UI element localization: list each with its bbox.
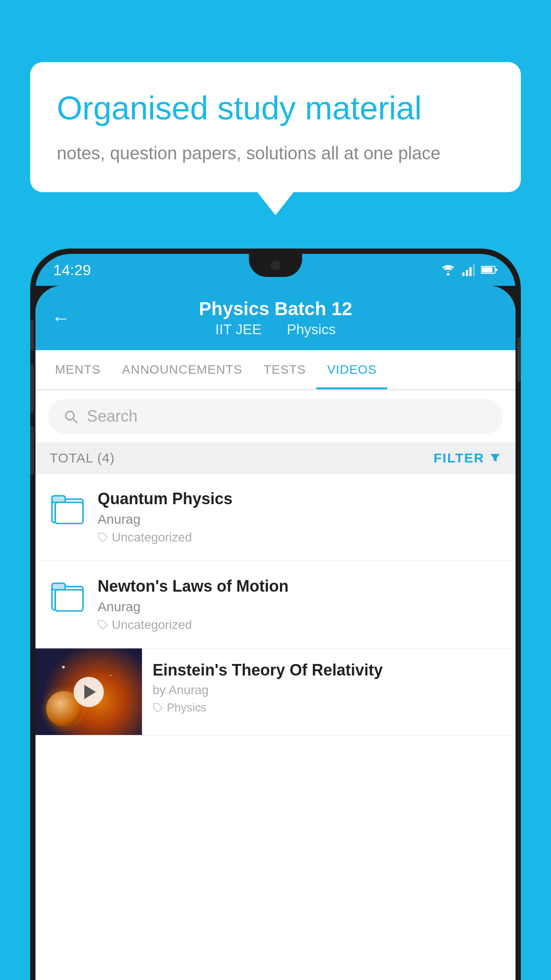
notch — [249, 254, 302, 277]
video-author: by Anurag — [153, 683, 503, 697]
vol-down-button — [30, 426, 34, 475]
svg-rect-13 — [52, 583, 65, 590]
video-list: Quantum Physics Anurag Uncategorized — [35, 474, 516, 735]
header-title: Physics Batch 12 — [199, 298, 352, 320]
svg-rect-2 — [466, 270, 468, 276]
battery-icon — [481, 265, 498, 274]
svg-rect-6 — [482, 267, 492, 273]
tag-label: Uncategorized — [112, 530, 192, 545]
status-bar: 14:29 — [35, 254, 516, 286]
svg-rect-1 — [462, 273, 464, 276]
speech-bubble: Organised study material notes, question… — [30, 62, 521, 192]
video-tag: Physics — [153, 701, 503, 715]
header-subtitle-iitjee: IIT JEE — [215, 321, 261, 337]
search-icon — [62, 408, 79, 425]
video-title: Einstein's Theory Of Relativity — [153, 661, 503, 680]
svg-rect-3 — [469, 267, 472, 276]
app-content: ← Physics Batch 12 IIT JEE Physics MENTS… — [35, 286, 516, 980]
speech-bubble-container: Organised study material notes, question… — [30, 62, 521, 192]
video-author: Anurag — [98, 512, 501, 527]
tag-label: Physics — [167, 701, 207, 715]
tab-announcements[interactable]: ANNOUNCEMENTS — [111, 350, 253, 389]
bubble-subtitle: notes, question papers, solutions all at… — [57, 141, 494, 166]
video-author: Anurag — [98, 599, 501, 614]
svg-rect-9 — [52, 496, 65, 502]
svg-rect-7 — [496, 269, 497, 271]
tab-tests[interactable]: TESTS — [253, 350, 316, 389]
video-thumbnail — [35, 648, 142, 735]
list-item[interactable]: Quantum Physics Anurag Uncategorized — [35, 474, 516, 561]
phone-frame: 14:29 — [30, 249, 521, 980]
power-button — [517, 337, 521, 382]
play-button[interactable] — [74, 677, 104, 707]
tab-videos[interactable]: VIDEOS — [316, 350, 387, 389]
header-subtitle: IIT JEE Physics — [199, 321, 352, 338]
search-placeholder: Search — [87, 407, 138, 426]
back-button[interactable]: ← — [51, 308, 70, 329]
vol-up-button — [30, 364, 34, 413]
list-item[interactable]: Einstein's Theory Of Relativity by Anura… — [35, 648, 516, 735]
svg-rect-4 — [473, 265, 475, 276]
tabs-bar: MENTS ANNOUNCEMENTS TESTS VIDEOS — [35, 350, 516, 390]
status-time: 14:29 — [53, 261, 91, 279]
tag-icon — [153, 703, 163, 713]
header-title-group: Physics Batch 12 IIT JEE Physics — [199, 298, 352, 338]
video-tag: Uncategorized — [98, 530, 501, 545]
video-info: Quantum Physics Anurag Uncategorized — [98, 490, 501, 545]
video-tag: Uncategorized — [98, 618, 501, 632]
video-info: Newton's Laws of Motion Anurag Uncategor… — [98, 577, 501, 632]
filter-button[interactable]: FILTER — [433, 450, 501, 466]
tag-icon — [98, 620, 108, 630]
folder-icon — [50, 491, 85, 527]
camera — [271, 261, 280, 270]
search-bar-wrap: Search — [35, 390, 516, 443]
filter-bar: TOTAL (4) FILTER — [35, 443, 516, 474]
search-bar[interactable]: Search — [48, 399, 503, 434]
video-info: Einstein's Theory Of Relativity by Anura… — [142, 648, 516, 727]
filter-icon — [489, 452, 501, 464]
app-header: ← Physics Batch 12 IIT JEE Physics — [35, 286, 516, 350]
svg-point-0 — [447, 273, 449, 276]
list-item[interactable]: Newton's Laws of Motion Anurag Uncategor… — [35, 561, 516, 648]
svg-rect-10 — [55, 502, 83, 524]
video-title: Newton's Laws of Motion — [98, 577, 501, 596]
header-subtitle-physics: Physics — [287, 321, 335, 337]
phone-inner: 14:29 — [35, 254, 516, 980]
tag-icon — [98, 532, 108, 543]
tab-ments[interactable]: MENTS — [44, 350, 111, 389]
status-icons — [440, 264, 498, 276]
svg-rect-14 — [55, 590, 83, 611]
signal-icon — [462, 264, 475, 276]
folder-icon — [50, 579, 85, 614]
tag-label: Uncategorized — [112, 618, 192, 632]
wifi-icon — [440, 264, 456, 276]
video-title: Quantum Physics — [98, 490, 501, 508]
filter-label: FILTER — [433, 450, 484, 466]
total-label: TOTAL (4) — [50, 450, 115, 466]
play-triangle-icon — [84, 685, 96, 699]
vol-mute-button — [30, 320, 34, 351]
bubble-title: Organised study material — [57, 89, 494, 128]
